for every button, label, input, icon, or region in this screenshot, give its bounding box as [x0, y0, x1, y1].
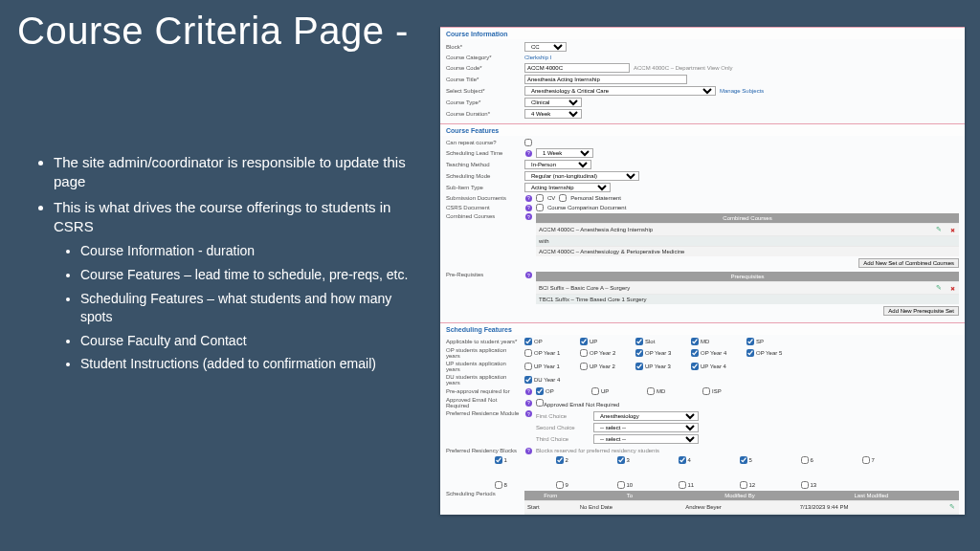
cb-pre-md[interactable] [647, 387, 655, 395]
cb-b2[interactable] [556, 456, 564, 464]
lbl-residence: Preferred Residence Module [446, 410, 521, 416]
table-combined: ACCM 4000C – Anesthesia Acting Internshi… [536, 223, 959, 256]
hdr-prereq: Prerequisites [536, 272, 959, 281]
btn-add-combined[interactable]: Add New Set of Combined Courses [858, 258, 959, 268]
lbl-up: UP students application years [446, 361, 521, 372]
bullet-sub: Course Information - duration [80, 242, 425, 260]
cb-pre-op[interactable] [536, 387, 544, 395]
cb-email[interactable] [536, 399, 544, 407]
cb-b9[interactable] [556, 481, 564, 489]
cb-repeat[interactable] [524, 139, 532, 146]
lbl-periods: Scheduling Periods [446, 491, 521, 496]
pencil-icon[interactable] [935, 284, 943, 292]
lbl-category: Course Category* [446, 55, 521, 60]
inp-code[interactable] [524, 63, 630, 73]
cb-csrsdoc[interactable] [536, 204, 544, 211]
cb-b3[interactable] [617, 456, 625, 464]
cb-yr-slot[interactable] [635, 338, 643, 345]
section-scheduling: Scheduling Features [440, 322, 965, 335]
cb-b10[interactable] [617, 481, 625, 489]
cb-up2[interactable] [580, 363, 588, 370]
lbl-du: DU students application years [446, 374, 521, 386]
delete-icon[interactable] [948, 227, 956, 233]
cb-up3[interactable] [635, 363, 643, 370]
sel-lead[interactable]: 1 Week [536, 148, 593, 158]
lbl-type: Course Type* [446, 99, 521, 105]
lbl-block: Block* [446, 44, 521, 50]
cb-b8[interactable] [495, 481, 502, 489]
lbl-op: OP students application years [446, 347, 521, 359]
cb-b1[interactable] [495, 456, 502, 464]
lbl-subitem: Sub-Item Type [446, 185, 521, 190]
section-course-info: Course Information [440, 27, 965, 39]
cb-op4[interactable] [691, 349, 699, 357]
sel-res3[interactable]: -- select -- [593, 434, 699, 444]
cb-b4[interactable] [679, 456, 686, 464]
pencil-icon[interactable] [948, 503, 956, 511]
cb-pre-isp[interactable] [702, 387, 710, 395]
lbl-lead: Scheduling Lead Time [446, 150, 521, 156]
cb-ps[interactable] [559, 194, 567, 202]
lbl-mode: Scheduling Mode [446, 173, 521, 179]
cb-yr-up[interactable] [580, 338, 588, 345]
sel-subitem[interactable]: Acting Internship [524, 183, 611, 192]
form-screenshot: Course Information Block* CC Course Cate… [440, 27, 965, 515]
delete-icon[interactable] [948, 285, 956, 292]
cb-b12[interactable] [740, 481, 747, 489]
bullet-sub: Course Faculty and Contact [80, 332, 425, 350]
cb-b13[interactable] [801, 481, 809, 489]
sel-res1[interactable]: Anesthesiology [593, 411, 699, 421]
help-icon[interactable]: ? [525, 272, 532, 278]
btn-add-prereq[interactable]: Add New Prerequisite Set [883, 306, 959, 316]
section-course-features: Course Features [440, 123, 965, 136]
cb-op1[interactable] [524, 349, 532, 357]
bullet-sub: Student Instructions (added to confirmat… [80, 355, 425, 373]
sel-method[interactable]: In-Person [524, 160, 591, 169]
help-icon[interactable]: ? [525, 400, 532, 407]
pencil-icon[interactable] [935, 226, 943, 233]
inp-title[interactable] [524, 75, 687, 84]
lbl-title: Course Title* [446, 77, 521, 82]
cb-b5[interactable] [740, 456, 747, 464]
lbl-repeat: Can repeat course? [446, 140, 521, 145]
help-icon[interactable]: ? [525, 213, 532, 220]
sel-mode[interactable]: Regular (non-longitudinal) [524, 171, 639, 181]
cb-up4[interactable] [691, 363, 699, 370]
bullet-main: This is what drives the course offerings… [54, 198, 425, 374]
sel-type[interactable]: Clinical [524, 98, 582, 107]
lbl-email: Approved Email Not Required [446, 397, 521, 408]
sel-res2[interactable]: -- select -- [593, 423, 699, 432]
cb-yr-sp[interactable] [746, 338, 754, 345]
lbl-code: Course Code* [446, 65, 521, 71]
help-icon[interactable]: ? [525, 195, 532, 202]
sel-subject[interactable]: Anesthesiology & Critical Care [524, 86, 716, 96]
cb-op3[interactable] [635, 349, 643, 357]
help-icon[interactable]: ? [525, 448, 532, 454]
cb-du4[interactable] [524, 376, 532, 384]
lbl-prereq: Pre-Requisites [446, 272, 521, 277]
cb-b6[interactable] [801, 456, 809, 464]
help-icon[interactable]: ? [525, 410, 532, 417]
cb-b7[interactable] [862, 456, 870, 464]
lbl-combined: Combined Courses [446, 213, 521, 219]
sel-block[interactable]: CC [524, 42, 567, 52]
cb-cv[interactable] [536, 194, 544, 202]
table-periods: FromToModified ByLast Modified StartNo E… [524, 491, 959, 515]
help-icon[interactable]: ? [525, 205, 532, 211]
link-manage-subjects[interactable]: Manage Subjects [720, 88, 764, 94]
cb-up1[interactable] [524, 363, 532, 370]
sel-duration[interactable]: 4 Week [524, 109, 582, 119]
cb-b11[interactable] [679, 481, 686, 489]
cb-yr-md[interactable] [691, 338, 699, 345]
cb-pre-up[interactable] [591, 387, 599, 395]
hdr-combined: Combined Courses [536, 213, 959, 223]
help-icon[interactable]: ? [525, 150, 532, 157]
cb-yr-op[interactable] [524, 338, 532, 345]
note-code: ACCM 4000C – Department View Only [634, 65, 733, 71]
help-icon[interactable]: ? [525, 388, 532, 395]
cb-op2[interactable] [580, 349, 588, 357]
lbl-preapprove: Pre-approval required for [446, 388, 521, 394]
lbl-docs: Submission Documents [446, 195, 521, 201]
val-category: Clerkship I [524, 55, 551, 60]
cb-op5[interactable] [746, 349, 754, 357]
